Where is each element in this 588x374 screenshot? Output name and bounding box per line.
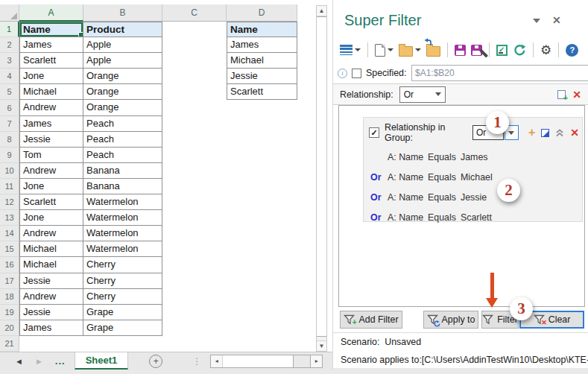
row-header-2[interactable]: 2 [0, 37, 19, 53]
column-header-b[interactable]: B [83, 4, 162, 22]
prev-sheet-icon[interactable]: ◄ [15, 357, 23, 366]
manage-scenario-icon[interactable]: ✓ [496, 44, 508, 57]
cell-a7[interactable]: James [19, 116, 83, 132]
save-as-icon[interactable] [470, 44, 483, 57]
cell-b13[interactable]: Watermelon [83, 210, 162, 226]
cell-d2[interactable]: James [227, 37, 297, 53]
cell-d17[interactable] [227, 273, 297, 289]
condition-row[interactable]: OrA: NameEqualsMichael [364, 167, 582, 187]
cell-a18[interactable]: Andrew [19, 289, 83, 305]
cell-b15[interactable]: Watermelon [83, 241, 162, 257]
cell-d20[interactable] [227, 320, 297, 336]
cell-c14[interactable] [162, 226, 227, 241]
vertical-scroll-thumb[interactable] [317, 16, 326, 337]
cell-d19[interactable] [227, 305, 297, 320]
cell-c16[interactable] [162, 257, 227, 273]
cell-b21[interactable] [83, 336, 162, 352]
scroll-right-icon[interactable]: ▸ [310, 355, 322, 367]
cell-c7[interactable] [162, 116, 227, 132]
cell-c12[interactable] [162, 194, 227, 210]
hidden-sheets-ellipsis[interactable]: ... [55, 355, 66, 367]
cell-d9[interactable] [227, 148, 297, 163]
cell-a16[interactable]: Michael [19, 257, 83, 273]
row-header-12[interactable]: 12 [0, 194, 19, 210]
specified-checkbox[interactable] [352, 69, 361, 78]
cell-c21[interactable] [162, 336, 227, 352]
panel-close-icon[interactable]: ✕ [552, 14, 561, 26]
refresh-icon[interactable] [512, 43, 527, 57]
cell-a17[interactable]: Jessie [19, 273, 83, 289]
cell-b16[interactable]: Cherry [83, 257, 162, 273]
row-header-1[interactable]: 1 [0, 22, 19, 37]
cell-a2[interactable]: James [19, 37, 83, 53]
horizontal-scroll-thumb[interactable] [223, 355, 294, 367]
cell-b4[interactable]: Orange [83, 69, 162, 84]
column-header-a[interactable]: A [19, 4, 83, 22]
cell-d12[interactable] [227, 194, 297, 210]
cell-c6[interactable] [162, 100, 227, 115]
open-scenario-icon[interactable] [398, 43, 422, 57]
row-header-14[interactable]: 14 [0, 226, 19, 241]
cell-a4[interactable]: Jone [19, 69, 83, 84]
cell-d15[interactable] [227, 241, 297, 257]
cell-a15[interactable]: Michael [19, 241, 83, 257]
scroll-down-icon[interactable]: ▼ [317, 340, 326, 351]
cell-a5[interactable]: Michael [19, 84, 83, 100]
cell-a19[interactable]: Jessie [19, 305, 83, 320]
condition-row[interactable]: OrA: NameEqualsJessie [364, 187, 582, 207]
cell-a11[interactable]: Jone [19, 179, 83, 194]
cell-b9[interactable]: Peach [83, 148, 162, 163]
row-header-20[interactable]: 20 [0, 320, 19, 336]
cell-b10[interactable]: Banana [83, 163, 162, 179]
column-header-d[interactable]: D [227, 4, 297, 22]
cell-c9[interactable] [162, 148, 227, 163]
cell-d16[interactable] [227, 257, 297, 273]
cell-c5[interactable] [162, 84, 227, 100]
range-input[interactable] [411, 65, 588, 81]
panel-menu-caret-icon[interactable] [533, 19, 540, 23]
cell-c20[interactable] [162, 320, 227, 336]
cell-b17[interactable]: Cherry [83, 273, 162, 289]
row-header-17[interactable]: 17 [0, 273, 19, 289]
group-checkbox[interactable]: ✓ [369, 127, 379, 138]
cell-d6[interactable] [227, 100, 297, 115]
horizontal-scroll-track[interactable] [294, 355, 310, 367]
cell-a1[interactable]: Name [19, 22, 83, 37]
help-icon[interactable]: ? [565, 43, 579, 57]
scroll-up-icon[interactable]: ▲ [317, 6, 326, 16]
select-all-corner[interactable] [0, 4, 19, 22]
row-header-13[interactable]: 13 [0, 210, 19, 226]
row-header-16[interactable]: 16 [0, 257, 19, 273]
cell-a13[interactable]: Jone [19, 210, 83, 226]
cell-d8[interactable] [227, 132, 297, 148]
cell-b14[interactable]: Watermelon [83, 226, 162, 241]
row-header-10[interactable]: 10 [0, 163, 19, 179]
cell-d4[interactable]: Jessie [227, 69, 297, 84]
cell-d7[interactable] [227, 116, 297, 132]
cell-c17[interactable] [162, 273, 227, 289]
cell-a6[interactable]: Andrew [19, 100, 83, 115]
cell-a12[interactable]: Scarlett [19, 194, 83, 210]
cell-b5[interactable]: Orange [83, 84, 162, 100]
scroll-left-icon[interactable]: ◂ [211, 355, 223, 367]
row-header-3[interactable]: 3 [0, 53, 19, 69]
cell-d21[interactable] [227, 336, 297, 352]
cell-a3[interactable]: Scarlett [19, 53, 83, 69]
cell-d11[interactable] [227, 179, 297, 194]
cell-a10[interactable]: Andrew [19, 163, 83, 179]
cell-c3[interactable] [162, 53, 227, 69]
cell-b19[interactable]: Grape [83, 305, 162, 320]
row-header-21[interactable]: 21 [0, 336, 19, 352]
cell-b12[interactable]: Watermelon [83, 194, 162, 210]
cell-b1[interactable]: Product [83, 22, 162, 37]
condition-row[interactable]: OrA: NameEqualsScarlett [364, 207, 582, 227]
add-condition-icon[interactable]: + [528, 127, 535, 139]
cell-b11[interactable]: Banana [83, 179, 162, 194]
cell-b6[interactable]: Orange [83, 100, 162, 115]
cell-d18[interactable] [227, 289, 297, 305]
apply-to-button[interactable]: Apply to [423, 311, 478, 329]
cell-c8[interactable] [162, 132, 227, 148]
row-header-6[interactable]: 6 [0, 100, 19, 115]
tabbar-resize-handle[interactable]: ⋮ [192, 356, 201, 367]
condition-row[interactable]: A: NameEqualsJames [364, 147, 582, 167]
